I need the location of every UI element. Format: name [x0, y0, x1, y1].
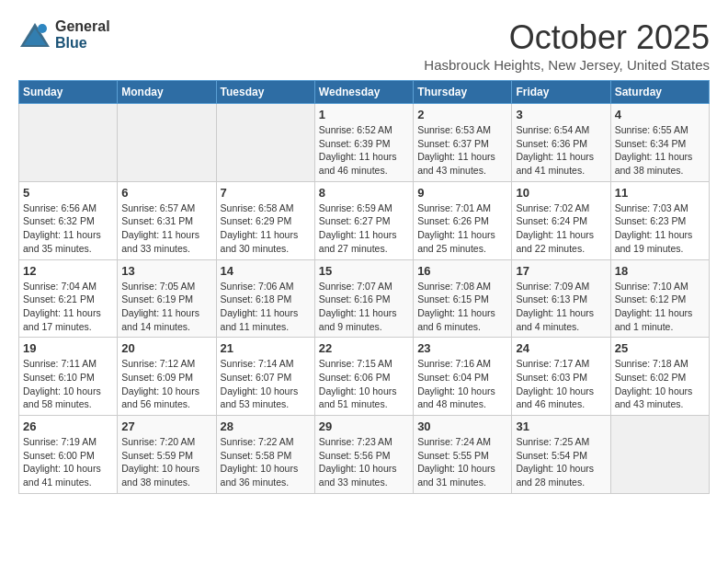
header-tuesday: Tuesday — [216, 81, 314, 104]
day-info: Sunrise: 7:04 AM Sunset: 6:21 PM Dayligh… — [23, 280, 113, 334]
calendar-cell: 2Sunrise: 6:53 AM Sunset: 6:37 PM Daylig… — [414, 104, 512, 182]
day-number: 29 — [319, 419, 409, 433]
calendar-cell: 26Sunrise: 7:19 AM Sunset: 6:00 PM Dayli… — [19, 416, 118, 494]
logo-text: General Blue — [55, 18, 110, 51]
day-number: 9 — [417, 186, 507, 200]
calendar-cell: 17Sunrise: 7:09 AM Sunset: 6:13 PM Dayli… — [512, 259, 610, 338]
day-info: Sunrise: 7:24 AM Sunset: 5:55 PM Dayligh… — [417, 435, 507, 489]
day-number: 13 — [121, 264, 211, 278]
day-info: Sunrise: 7:19 AM Sunset: 6:00 PM Dayligh… — [23, 435, 113, 489]
calendar-cell: 28Sunrise: 7:22 AM Sunset: 5:58 PM Dayli… — [216, 416, 314, 494]
day-info: Sunrise: 6:54 AM Sunset: 6:36 PM Dayligh… — [516, 123, 606, 178]
day-number: 14 — [221, 264, 311, 278]
calendar-cell: 3Sunrise: 6:54 AM Sunset: 6:36 PM Daylig… — [512, 104, 610, 182]
day-info: Sunrise: 7:16 AM Sunset: 6:04 PM Dayligh… — [417, 357, 507, 411]
calendar-cell — [118, 104, 216, 182]
calendar-body: 1Sunrise: 6:52 AM Sunset: 6:39 PM Daylig… — [19, 104, 710, 494]
day-number: 4 — [615, 108, 705, 121]
day-number: 3 — [516, 108, 606, 121]
day-number: 12 — [23, 264, 113, 278]
calendar-week-1: 1Sunrise: 6:52 AM Sunset: 6:39 PM Daylig… — [19, 104, 710, 182]
day-number: 7 — [221, 186, 311, 200]
calendar-cell: 23Sunrise: 7:16 AM Sunset: 6:04 PM Dayli… — [414, 338, 512, 416]
day-info: Sunrise: 7:18 AM Sunset: 6:02 PM Dayligh… — [615, 357, 705, 411]
day-info: Sunrise: 6:59 AM Sunset: 6:27 PM Dayligh… — [319, 201, 409, 256]
calendar-table: Sunday Monday Tuesday Wednesday Thursday… — [18, 80, 710, 494]
calendar-cell: 31Sunrise: 7:25 AM Sunset: 5:54 PM Dayli… — [512, 416, 610, 494]
day-number: 1 — [319, 108, 409, 121]
calendar-cell: 25Sunrise: 7:18 AM Sunset: 6:02 PM Dayli… — [610, 338, 709, 416]
calendar-cell: 4Sunrise: 6:55 AM Sunset: 6:34 PM Daylig… — [610, 104, 709, 182]
day-info: Sunrise: 7:05 AM Sunset: 6:19 PM Dayligh… — [121, 280, 211, 334]
day-number: 24 — [516, 341, 606, 355]
day-info: Sunrise: 6:57 AM Sunset: 6:31 PM Dayligh… — [121, 201, 211, 256]
calendar-cell — [216, 104, 314, 182]
day-number: 23 — [417, 341, 507, 355]
day-number: 8 — [319, 186, 409, 200]
calendar-cell: 27Sunrise: 7:20 AM Sunset: 5:59 PM Dayli… — [118, 416, 216, 494]
day-info: Sunrise: 7:20 AM Sunset: 5:59 PM Dayligh… — [121, 435, 211, 489]
header: General Blue October 2025 Hasbrouck Heig… — [18, 18, 710, 73]
calendar-cell: 7Sunrise: 6:58 AM Sunset: 6:29 PM Daylig… — [216, 181, 314, 259]
logo-icon — [18, 21, 51, 49]
page: General Blue October 2025 Hasbrouck Heig… — [0, 0, 728, 503]
day-number: 18 — [615, 264, 705, 278]
header-wednesday: Wednesday — [314, 81, 413, 104]
calendar-week-4: 19Sunrise: 7:11 AM Sunset: 6:10 PM Dayli… — [19, 338, 710, 416]
calendar-cell: 24Sunrise: 7:17 AM Sunset: 6:03 PM Dayli… — [512, 338, 610, 416]
day-number: 11 — [615, 186, 705, 200]
calendar-week-2: 5Sunrise: 6:56 AM Sunset: 6:32 PM Daylig… — [19, 181, 710, 259]
header-saturday: Saturday — [610, 81, 709, 104]
day-info: Sunrise: 7:15 AM Sunset: 6:06 PM Dayligh… — [319, 357, 409, 411]
day-info: Sunrise: 7:01 AM Sunset: 6:26 PM Dayligh… — [417, 201, 507, 256]
day-number: 27 — [121, 419, 211, 433]
day-number: 28 — [221, 419, 311, 433]
day-number: 17 — [516, 264, 606, 278]
day-number: 10 — [516, 186, 606, 200]
day-info: Sunrise: 7:12 AM Sunset: 6:09 PM Dayligh… — [121, 357, 211, 411]
calendar-header: Sunday Monday Tuesday Wednesday Thursday… — [19, 81, 710, 104]
calendar-cell: 19Sunrise: 7:11 AM Sunset: 6:10 PM Dayli… — [19, 338, 118, 416]
calendar-cell — [610, 416, 709, 494]
day-info: Sunrise: 6:58 AM Sunset: 6:29 PM Dayligh… — [221, 201, 311, 256]
calendar-cell: 9Sunrise: 7:01 AM Sunset: 6:26 PM Daylig… — [414, 181, 512, 259]
location-subtitle: Hasbrouck Heights, New Jersey, United St… — [424, 57, 710, 73]
svg-point-2 — [38, 24, 47, 33]
day-info: Sunrise: 6:52 AM Sunset: 6:39 PM Dayligh… — [319, 123, 409, 178]
calendar-cell: 30Sunrise: 7:24 AM Sunset: 5:55 PM Dayli… — [414, 416, 512, 494]
calendar-cell: 11Sunrise: 7:03 AM Sunset: 6:23 PM Dayli… — [610, 181, 709, 259]
day-info: Sunrise: 7:02 AM Sunset: 6:24 PM Dayligh… — [516, 201, 606, 256]
header-monday: Monday — [118, 81, 216, 104]
day-info: Sunrise: 7:09 AM Sunset: 6:13 PM Dayligh… — [516, 280, 606, 334]
day-number: 21 — [221, 341, 311, 355]
day-number: 20 — [121, 341, 211, 355]
calendar-week-5: 26Sunrise: 7:19 AM Sunset: 6:00 PM Dayli… — [19, 416, 710, 494]
calendar-cell: 12Sunrise: 7:04 AM Sunset: 6:21 PM Dayli… — [19, 259, 118, 338]
calendar-cell: 21Sunrise: 7:14 AM Sunset: 6:07 PM Dayli… — [216, 338, 314, 416]
calendar-cell: 6Sunrise: 6:57 AM Sunset: 6:31 PM Daylig… — [118, 181, 216, 259]
day-info: Sunrise: 7:08 AM Sunset: 6:15 PM Dayligh… — [417, 280, 507, 334]
day-info: Sunrise: 7:14 AM Sunset: 6:07 PM Dayligh… — [221, 357, 311, 411]
day-info: Sunrise: 7:23 AM Sunset: 5:56 PM Dayligh… — [319, 435, 409, 489]
day-info: Sunrise: 7:10 AM Sunset: 6:12 PM Dayligh… — [615, 280, 705, 334]
day-info: Sunrise: 6:55 AM Sunset: 6:34 PM Dayligh… — [615, 123, 705, 178]
calendar-cell: 5Sunrise: 6:56 AM Sunset: 6:32 PM Daylig… — [19, 181, 118, 259]
day-number: 31 — [516, 419, 606, 433]
logo-blue-text: Blue — [55, 35, 110, 52]
calendar-cell: 15Sunrise: 7:07 AM Sunset: 6:16 PM Dayli… — [314, 259, 413, 338]
calendar-cell: 22Sunrise: 7:15 AM Sunset: 6:06 PM Dayli… — [314, 338, 413, 416]
day-info: Sunrise: 7:11 AM Sunset: 6:10 PM Dayligh… — [23, 357, 113, 411]
day-number: 2 — [417, 108, 507, 121]
day-info: Sunrise: 7:17 AM Sunset: 6:03 PM Dayligh… — [516, 357, 606, 411]
month-title: October 2025 — [424, 18, 710, 57]
day-number: 19 — [23, 341, 113, 355]
day-number: 6 — [121, 186, 211, 200]
calendar-cell — [19, 104, 118, 182]
logo-general-text: General — [55, 18, 110, 35]
day-number: 25 — [615, 341, 705, 355]
calendar-week-3: 12Sunrise: 7:04 AM Sunset: 6:21 PM Dayli… — [19, 259, 710, 338]
header-thursday: Thursday — [414, 81, 512, 104]
calendar-cell: 16Sunrise: 7:08 AM Sunset: 6:15 PM Dayli… — [414, 259, 512, 338]
day-header-row: Sunday Monday Tuesday Wednesday Thursday… — [19, 81, 710, 104]
day-number: 16 — [417, 264, 507, 278]
